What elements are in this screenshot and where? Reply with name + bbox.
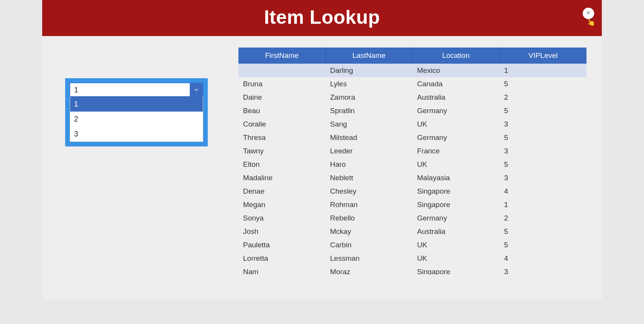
table-row[interactable]: ThresaMilsteadGermany5 [238,131,586,144]
column-header[interactable]: Location [412,48,499,64]
table-cell: 2 [499,211,586,225]
table-cell: 3 [499,117,586,131]
table-cell: 4 [499,184,586,198]
table-cell: Germany [412,131,499,144]
table-row[interactable]: JoshMckayAustralia5 [238,225,586,238]
table-cell: Singapore [412,184,499,198]
column-header[interactable]: FirstName [238,48,325,64]
table-cell: 5 [499,104,586,117]
table-cell: Beau [238,104,325,117]
close-button[interactable] [583,8,594,19]
dropdown-control[interactable]: 1 [70,83,203,97]
column-header[interactable]: VIPLevel [499,48,586,64]
table-cell: Germany [412,104,499,117]
table-cell: Madaline [238,171,325,184]
table-cell: Elton [238,158,325,171]
table-scroll-area[interactable]: DarlingMexico1BrunaLylesCanada5DaineZamo… [238,64,586,275]
table-cell: Singapore [412,198,499,211]
table-row[interactable]: EltonHaroUK5 [238,158,586,171]
table-cell: Lyles [325,77,412,90]
page-title: Item Lookup [42,6,602,28]
table-row[interactable]: BrunaLylesCanada5 [238,77,586,90]
table-cell: Spratlin [325,104,412,117]
table-row[interactable]: DaineZamoraAustralia2 [238,90,586,104]
dropdown-option[interactable]: 3 [70,127,203,141]
table-row[interactable]: LorrettaLessmanUK4 [238,252,586,265]
table-cell: Moraz [325,265,412,275]
table-cell: Malayasia [412,171,499,184]
table-cell: Australia [412,225,499,238]
table-cell: 5 [499,158,586,171]
table-cell: 5 [499,225,586,238]
table-cell: Josh [238,225,325,238]
table-cell: Leeder [325,144,412,158]
table-cell: Daine [238,90,325,104]
table-cell: Canada [412,77,499,90]
popup-header: Item Lookup [42,0,602,36]
table-cell: Neblett [325,171,412,184]
table-cell: Australia [412,90,499,104]
data-table-header: FirstNameLastNameLocationVIPLevel [238,48,586,64]
table-cell: Darling [325,64,412,77]
table-panel: FirstNameLastNameLocationVIPLevel Darlin… [238,48,586,275]
table-row[interactable]: PaulettaCarbinUK5 [238,238,586,252]
table-cell: Lorretta [238,252,325,265]
dropdown-selected-value: 1 [70,83,190,96]
table-cell: Nam [238,265,325,275]
table-cell: Rebello [325,211,412,225]
dropdown-select[interactable]: 1 123 [70,83,203,142]
table-cell: 3 [499,171,586,184]
table-cell: Germany [412,211,499,225]
table-cell: 5 [499,238,586,252]
table-cell: Bruna [238,77,325,90]
table-cell: Carbin [325,238,412,252]
dropdown-option[interactable]: 1 [70,97,203,112]
table-cell: Megan [238,198,325,211]
table-cell: 2 [499,90,586,104]
table-cell: 4 [499,252,586,265]
table-row[interactable]: BeauSpratlinGermany5 [238,104,586,117]
table-cell: Sonya [238,211,325,225]
table-cell: Thresa [238,131,325,144]
table-row[interactable]: CoralieSangUK3 [238,117,586,131]
data-table-body: DarlingMexico1BrunaLylesCanada5DaineZamo… [238,64,586,275]
table-cell: Lessman [325,252,412,265]
table-cell: 1 [499,64,586,77]
table-row[interactable]: MadalineNeblettMalayasia3 [238,171,586,184]
table-cell: Coralie [238,117,325,131]
table-cell: UK [412,117,499,131]
table-cell: Sang [325,117,412,131]
table-cell: Pauletta [238,238,325,252]
table-cell: UK [412,238,499,252]
table-cell: 5 [499,131,586,144]
table-cell: Milstead [325,131,412,144]
table-row[interactable]: NamMorazSingapore3 [238,265,586,275]
table-cell: UK [412,158,499,171]
table-cell: France [412,144,499,158]
table-cell: UK [412,252,499,265]
table-row[interactable]: SonyaRebelloGermany2 [238,211,586,225]
table-cell: Zamora [325,90,412,104]
table-cell: 3 [499,144,586,158]
dropdown-option[interactable]: 2 [70,112,203,127]
table-cell: 5 [499,77,586,90]
close-icon [586,10,591,17]
dropdown-list: 123 [70,97,203,142]
table-row[interactable]: MeganRohmanSingapore1 [238,198,586,211]
dropdown-panel: 1 123 [65,78,208,146]
table-cell: 3 [499,265,586,275]
table-cell: Rohman [325,198,412,211]
column-header[interactable]: LastName [325,48,412,64]
chevron-down-icon[interactable] [190,83,203,96]
table-cell: 1 [499,198,586,211]
table-cell: Mckay [325,225,412,238]
table-cell: Denae [238,184,325,198]
table-cell: Tawny [238,144,325,158]
table-cell: Haro [325,158,412,171]
table-row[interactable]: DarlingMexico1 [238,64,586,77]
table-cell: Chesley [325,184,412,198]
table-cell: Singapore [412,265,499,275]
table-row[interactable]: TawnyLeederFrance3 [238,144,586,158]
item-lookup-popup: Item Lookup 1 123 [42,0,602,299]
table-row[interactable]: DenaeChesleySingapore4 [238,184,586,198]
